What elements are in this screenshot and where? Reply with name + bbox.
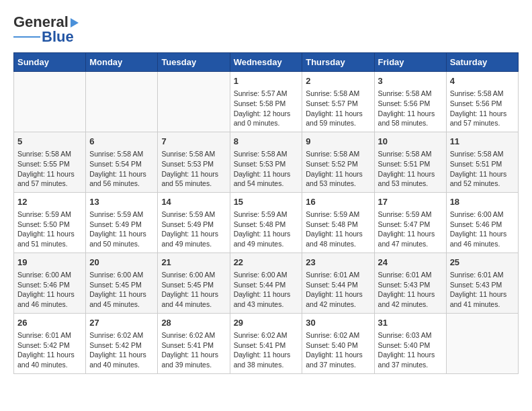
day-number: 8: [234, 136, 299, 148]
day-info: Sunrise: 6:00 AM: [450, 210, 515, 220]
calendar-cell: 24Sunrise: 6:01 AMSunset: 5:43 PMDayligh…: [374, 253, 446, 313]
logo-underline: [13, 36, 40, 38]
day-info: and 43 minutes.: [234, 300, 299, 310]
day-info: Sunset: 5:48 PM: [234, 220, 299, 230]
day-info: Daylight: 11 hours: [306, 109, 370, 119]
day-info: Sunset: 5:45 PM: [89, 280, 154, 290]
day-number: 6: [89, 136, 154, 148]
day-info: Sunrise: 5:58 AM: [450, 89, 515, 99]
day-info: Sunrise: 5:58 AM: [378, 149, 443, 159]
day-info: and 44 minutes.: [161, 300, 226, 310]
day-number: 3: [378, 75, 443, 87]
calendar-cell: [86, 72, 158, 132]
day-info: Daylight: 11 hours: [378, 289, 443, 300]
day-info: Sunrise: 5:59 AM: [234, 210, 299, 220]
day-info: and 39 minutes.: [161, 360, 226, 370]
day-info: Daylight: 11 hours: [161, 169, 226, 179]
day-info: Daylight: 11 hours: [378, 109, 443, 119]
weekday-header-thursday: Thursday: [302, 53, 374, 72]
day-info: Sunset: 5:43 PM: [450, 280, 515, 290]
calendar-cell: 1Sunrise: 5:57 AMSunset: 5:58 PMDaylight…: [230, 72, 302, 132]
day-info: and 59 minutes.: [306, 118, 370, 128]
weekday-header-sunday: Sunday: [14, 53, 86, 72]
day-info: and 45 minutes.: [89, 300, 154, 310]
calendar-week-row: 1Sunrise: 5:57 AMSunset: 5:58 PMDaylight…: [14, 72, 519, 132]
day-info: Sunrise: 6:01 AM: [306, 270, 370, 280]
day-info: Daylight: 11 hours: [161, 229, 226, 239]
calendar-cell: 26Sunrise: 6:01 AMSunset: 5:42 PMDayligh…: [14, 313, 86, 373]
day-info: Sunset: 5:50 PM: [17, 220, 82, 230]
day-number: 26: [17, 317, 82, 329]
day-info: Sunrise: 5:59 AM: [306, 210, 370, 220]
day-info: Sunset: 5:44 PM: [234, 280, 299, 290]
day-number: 18: [450, 196, 515, 208]
day-info: Daylight: 11 hours: [450, 169, 515, 179]
day-info: Sunset: 5:58 PM: [234, 99, 299, 109]
calendar-cell: 23Sunrise: 6:01 AMSunset: 5:44 PMDayligh…: [302, 253, 374, 313]
day-info: Sunrise: 5:59 AM: [17, 210, 82, 220]
day-info: Daylight: 11 hours: [234, 289, 299, 300]
day-number: 20: [89, 257, 154, 269]
day-info: Sunrise: 5:58 AM: [17, 149, 82, 159]
calendar-cell: 6Sunrise: 5:58 AMSunset: 5:54 PMDaylight…: [86, 132, 158, 192]
day-info: and 56 minutes.: [89, 179, 154, 189]
day-info: Daylight: 11 hours: [234, 169, 299, 179]
day-info: Sunset: 5:41 PM: [234, 340, 299, 351]
day-info: and 41 minutes.: [450, 300, 515, 310]
day-number: 29: [234, 317, 299, 329]
page-header: General Blue: [13, 13, 519, 46]
day-number: 22: [234, 257, 299, 269]
day-info: and 42 minutes.: [378, 300, 443, 310]
calendar-cell: 2Sunrise: 5:58 AMSunset: 5:57 PMDaylight…: [302, 72, 374, 132]
day-info: Daylight: 11 hours: [234, 229, 299, 239]
calendar-cell: 20Sunrise: 6:00 AMSunset: 5:45 PMDayligh…: [86, 253, 158, 313]
day-info: Sunrise: 6:01 AM: [378, 270, 443, 280]
weekday-header-tuesday: Tuesday: [158, 53, 230, 72]
day-info: Daylight: 11 hours: [17, 289, 82, 300]
calendar-cell: 10Sunrise: 5:58 AMSunset: 5:51 PMDayligh…: [374, 132, 446, 192]
day-info: and 49 minutes.: [234, 239, 299, 249]
day-info: and 53 minutes.: [378, 179, 443, 189]
day-info: Sunrise: 6:01 AM: [17, 330, 82, 340]
day-info: and 57 minutes.: [450, 118, 515, 128]
day-info: Sunrise: 6:02 AM: [89, 330, 154, 340]
day-info: Sunset: 5:42 PM: [89, 340, 154, 351]
day-number: 10: [378, 136, 443, 148]
day-info: Daylight: 11 hours: [378, 169, 443, 179]
calendar-week-row: 26Sunrise: 6:01 AMSunset: 5:42 PMDayligh…: [14, 313, 519, 373]
day-info: and 40 minutes.: [89, 360, 154, 370]
day-info: Sunset: 5:41 PM: [161, 340, 226, 351]
calendar-cell: 28Sunrise: 6:02 AMSunset: 5:41 PMDayligh…: [158, 313, 230, 373]
day-info: Daylight: 11 hours: [306, 289, 370, 300]
day-info: Daylight: 11 hours: [89, 350, 154, 360]
day-info: Sunrise: 5:58 AM: [89, 149, 154, 159]
day-info: Daylight: 11 hours: [161, 289, 226, 300]
weekday-header-saturday: Saturday: [446, 53, 518, 72]
day-info: Sunrise: 6:01 AM: [450, 270, 515, 280]
day-info: Sunrise: 5:59 AM: [89, 210, 154, 220]
day-info: and 48 minutes.: [306, 239, 370, 249]
calendar-cell: 27Sunrise: 6:02 AMSunset: 5:42 PMDayligh…: [86, 313, 158, 373]
calendar-cell: 25Sunrise: 6:01 AMSunset: 5:43 PMDayligh…: [446, 253, 518, 313]
day-info: Sunset: 5:55 PM: [17, 159, 82, 169]
day-info: and 46 minutes.: [17, 300, 82, 310]
calendar-cell: 18Sunrise: 6:00 AMSunset: 5:46 PMDayligh…: [446, 192, 518, 253]
day-number: 2: [306, 75, 370, 87]
calendar-cell: [14, 72, 86, 132]
day-info: Sunrise: 5:59 AM: [378, 210, 443, 220]
day-info: Sunset: 5:44 PM: [306, 280, 370, 290]
day-info: Daylight: 11 hours: [306, 350, 370, 360]
calendar-week-row: 12Sunrise: 5:59 AMSunset: 5:50 PMDayligh…: [14, 192, 519, 253]
day-info: Sunset: 5:57 PM: [306, 99, 370, 109]
day-info: Daylight: 11 hours: [234, 350, 299, 360]
day-info: Sunset: 5:53 PM: [234, 159, 299, 169]
day-info: Sunset: 5:51 PM: [450, 159, 515, 169]
day-info: Sunrise: 6:00 AM: [161, 270, 226, 280]
calendar-week-row: 5Sunrise: 5:58 AMSunset: 5:55 PMDaylight…: [14, 132, 519, 192]
day-info: Sunrise: 5:58 AM: [450, 149, 515, 159]
day-info: Daylight: 11 hours: [378, 229, 443, 239]
day-info: and 58 minutes.: [378, 118, 443, 128]
day-info: Sunrise: 5:58 AM: [306, 89, 370, 99]
calendar-cell: 17Sunrise: 5:59 AMSunset: 5:47 PMDayligh…: [374, 192, 446, 253]
calendar-header-row: SundayMondayTuesdayWednesdayThursdayFrid…: [14, 53, 519, 72]
